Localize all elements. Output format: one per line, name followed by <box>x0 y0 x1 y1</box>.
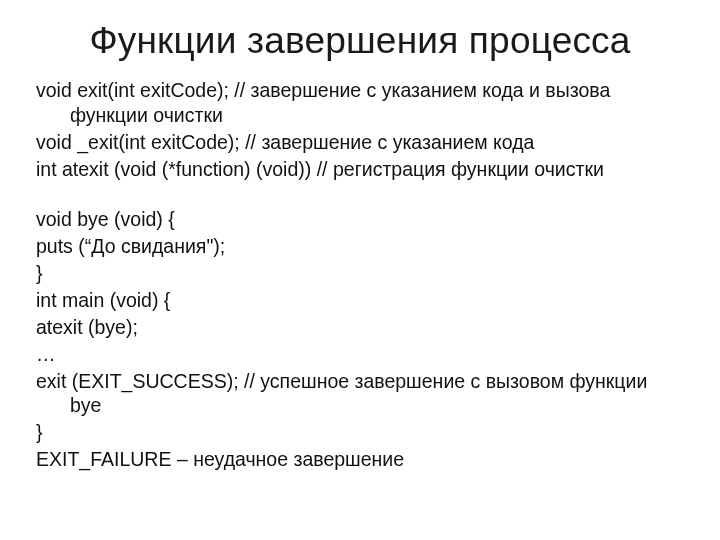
slide-title: Функции завершения процесса <box>36 20 684 62</box>
slide: Функции завершения процесса void exit(in… <box>0 0 720 540</box>
code-line: void _exit(int exitCode); // завершение … <box>36 130 684 155</box>
code-line: int main (void) { <box>36 288 684 313</box>
code-line: void bye (void) { <box>36 207 684 232</box>
code-line: … <box>36 342 684 367</box>
code-line: void exit(int exitCode); // завершение с… <box>36 78 684 128</box>
code-line: int atexit (void (*function) (void)) // … <box>36 157 684 182</box>
code-line: } <box>36 420 684 445</box>
code-line: atexit (bye); <box>36 315 684 340</box>
code-line: puts (“До свидания"); <box>36 234 684 259</box>
slide-body: void exit(int exitCode); // завершение с… <box>36 78 684 472</box>
code-line: exit (EXIT_SUCCESS); // успешное заверше… <box>36 369 684 419</box>
blank-line <box>36 184 684 207</box>
code-line: EXIT_FAILURE – неудачное завершение <box>36 447 684 472</box>
code-line: } <box>36 261 684 286</box>
